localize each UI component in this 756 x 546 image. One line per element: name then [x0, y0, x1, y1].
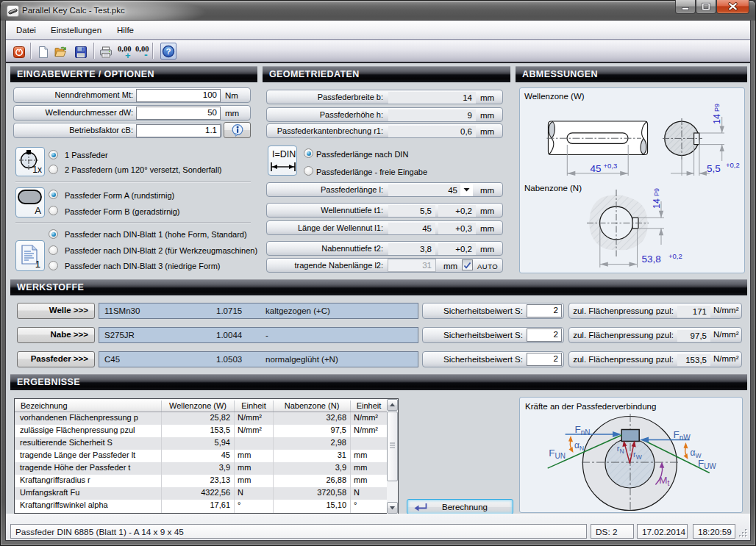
- svg-text:+0,3: +0,3: [604, 162, 618, 170]
- svg-text:FUN: FUN: [549, 448, 566, 460]
- svg-text:?: ?: [165, 47, 171, 56]
- svg-text:+0,2: +0,2: [668, 252, 682, 260]
- svg-text:αN: αN: [574, 440, 584, 452]
- svg-text:FnN: FnN: [574, 424, 590, 437]
- svg-text:14: 14: [652, 198, 662, 209]
- svg-text:P9: P9: [653, 188, 660, 196]
- svg-text:45: 45: [591, 163, 602, 174]
- svg-text:P9: P9: [713, 104, 721, 112]
- svg-text:14: 14: [712, 114, 722, 124]
- svg-text:FnW: FnW: [673, 429, 691, 442]
- svg-text:5,5: 5,5: [707, 163, 721, 174]
- svg-text:+0,2: +0,2: [726, 161, 740, 169]
- svg-text:53,8: 53,8: [642, 254, 661, 265]
- svg-text:FUW: FUW: [698, 458, 716, 470]
- svg-text:αW: αW: [691, 448, 702, 459]
